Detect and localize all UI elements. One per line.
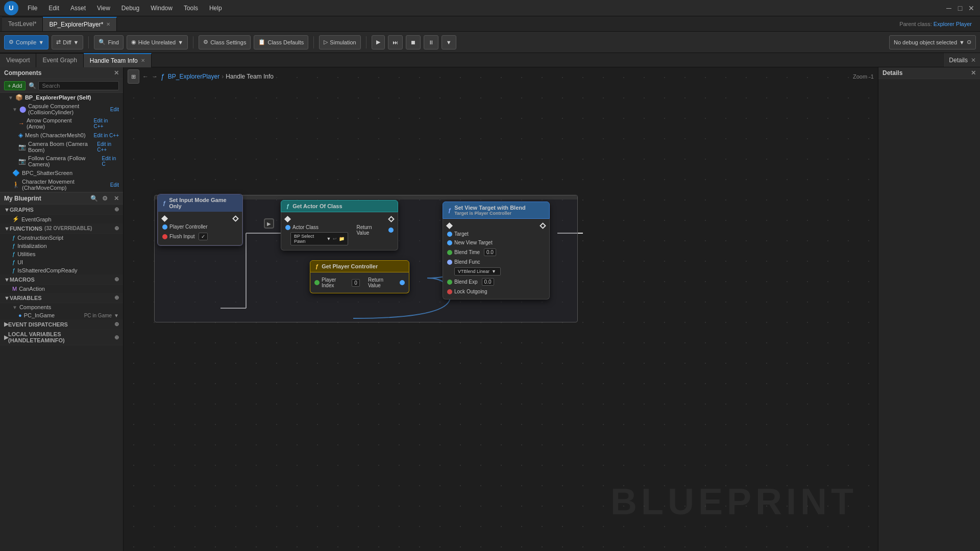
- node-set-view-target-row: Target: [443, 230, 549, 238]
- hide-unrelated-button[interactable]: ◉ Hide Unrelated ▼: [127, 35, 188, 49]
- component-self[interactable]: ▼ 📦 BP_ExplorerPlayer (Self): [0, 93, 123, 102]
- debug-selector-label: No debug object selected: [894, 39, 957, 45]
- var-pc-ingame[interactable]: ● PC_InGame PC in Game ▼: [0, 311, 123, 319]
- tab-viewport[interactable]: Viewport: [0, 53, 36, 67]
- exec-entry-node[interactable]: ▶: [264, 218, 274, 229]
- section-variables-add[interactable]: ⊕: [114, 294, 119, 301]
- section-macros[interactable]: ▼ MACROS ⊕: [0, 274, 123, 285]
- close-button[interactable]: ✕: [967, 4, 976, 13]
- menu-tools[interactable]: Tools: [179, 3, 203, 14]
- section-functions[interactable]: ▼ FUNCTIONS (32 OVERRIDABLE) ⊕: [0, 223, 123, 234]
- my-blueprint-search-icon[interactable]: 🔍: [90, 195, 98, 202]
- func-initialization[interactable]: ƒ Initialization: [0, 242, 123, 250]
- component-camera-boom-edit[interactable]: Edit in C++: [97, 141, 119, 153]
- component-arrow-edit[interactable]: Edit in C++: [94, 118, 119, 129]
- pause-button[interactable]: ⏸: [424, 35, 438, 49]
- components-close[interactable]: ✕: [114, 69, 119, 77]
- component-camera-boom[interactable]: 📷 Camera Boom (Camera Boom) Edit in C++: [0, 140, 123, 154]
- node-set-view-blend-exp-value[interactable]: 0.0: [482, 278, 494, 286]
- node-get-actor-class-browse[interactable]: 📁: [339, 236, 345, 241]
- minimize-button[interactable]: ─: [944, 4, 953, 13]
- node-set-input-flush-value[interactable]: ✓: [199, 233, 208, 240]
- section-local-vars-add[interactable]: ⊕: [114, 334, 119, 341]
- blueprint-canvas[interactable]: ⊞ ← → ƒ BP_ExplorerPlayer › Handle Team …: [124, 67, 878, 551]
- func-utilities[interactable]: ƒ Utilities: [0, 250, 123, 258]
- class-defaults-button[interactable]: 📋 Class Defaults: [254, 35, 308, 49]
- component-capsule[interactable]: ▼ ⬤ Capsule Component (CollisionCylinder…: [0, 102, 123, 116]
- func-construction[interactable]: ƒ ConstructionScript: [0, 234, 123, 242]
- component-char-movement-edit[interactable]: Edit: [110, 182, 119, 188]
- debug-selector[interactable]: No debug object selected ▼ ⊙: [889, 35, 976, 49]
- graph-event-graph[interactable]: ⚡ EventGraph: [0, 215, 123, 223]
- section-event-dispatchers[interactable]: ▶ EVENT DISPATCHERS ⊕: [0, 319, 123, 330]
- details-close-btn[interactable]: ✕: [971, 69, 976, 77]
- node-set-view-blend-time-value[interactable]: 0.0: [484, 248, 496, 256]
- func-ui[interactable]: ƒ UI: [0, 258, 123, 266]
- tab-bp-explorer[interactable]: BP_ExplorerPlayer* ✕: [43, 17, 117, 31]
- menu-edit[interactable]: Edit: [43, 3, 64, 14]
- component-mesh-edit[interactable]: Edit in C++: [94, 133, 119, 138]
- tab-bp-explorer-close[interactable]: ✕: [106, 21, 110, 27]
- toolbar-extra-button[interactable]: ▼: [442, 35, 456, 49]
- menu-file[interactable]: File: [22, 3, 42, 14]
- menu-window[interactable]: Window: [145, 3, 178, 14]
- var-category-components[interactable]: ▼ Components: [0, 303, 123, 311]
- node-get-actor-of-class[interactable]: ƒ Get Actor Of Class Actor Class: [281, 200, 398, 251]
- tab-handle-team-info[interactable]: Handle Team Info ✕: [84, 53, 152, 67]
- component-follow-camera-edit[interactable]: Edit in C: [102, 156, 119, 167]
- section-graphs[interactable]: ▼ GRAPHS ⊕: [0, 205, 123, 215]
- menu-help[interactable]: Help: [204, 3, 227, 14]
- component-shatter[interactable]: 🔷 BPC_ShatterScreen: [0, 168, 123, 178]
- section-local-vars[interactable]: ▶ LOCAL VARIABLES (HANDLETEAMINFO) ⊕: [0, 330, 123, 345]
- details-close[interactable]: ✕: [971, 57, 976, 64]
- details-header: Details ✕: [878, 67, 980, 79]
- diff-button[interactable]: ⇄ Diff ▼: [52, 35, 83, 49]
- node-get-player-controller[interactable]: ƒ Get Player Controller Player Index 0 R: [310, 260, 409, 293]
- breadcrumb-back[interactable]: ←: [142, 73, 149, 80]
- node-set-view-target[interactable]: ƒ Set View Target with Blend Target is P…: [443, 202, 550, 299]
- tab-handle-team-info-close[interactable]: ✕: [141, 58, 145, 63]
- func-is-shattered[interactable]: ƒ IsShatteredCompReady: [0, 266, 123, 274]
- node-get-actor-class-reset[interactable]: ↩: [333, 236, 337, 241]
- skip-button[interactable]: ⏭: [388, 35, 403, 49]
- section-variables[interactable]: ▼ VARIABLES ⊕: [0, 293, 123, 303]
- breadcrumb-forward[interactable]: →: [152, 73, 158, 80]
- canvas-mode-btn[interactable]: ⊞: [128, 69, 139, 84]
- components-add-button[interactable]: + Add: [4, 81, 26, 90]
- play-button[interactable]: ▶: [372, 35, 385, 49]
- class-settings-button[interactable]: ⚙ Class Settings: [199, 35, 251, 49]
- section-functions-add[interactable]: ⊕: [114, 225, 119, 232]
- component-arrow[interactable]: → Arrow Component (Arrow) Edit in C++: [0, 116, 123, 131]
- node-get-player-index-value[interactable]: 0: [352, 279, 360, 287]
- section-macros-add[interactable]: ⊕: [114, 276, 119, 283]
- component-follow-camera[interactable]: 📷 Follow Camera (Follow Camera) Edit in …: [0, 154, 123, 168]
- component-capsule-edit[interactable]: Edit: [110, 107, 119, 112]
- simulation-button[interactable]: ▷ Simulation: [319, 35, 360, 49]
- node-set-view-blend-func-dropdown[interactable]: VTBlend Linear ▼: [454, 267, 501, 276]
- maximize-button[interactable]: □: [955, 4, 965, 13]
- tab-event-graph[interactable]: Event Graph: [36, 53, 83, 67]
- tab-test-level[interactable]: TestLevel*: [2, 17, 43, 31]
- menu-asset[interactable]: Asset: [65, 3, 91, 14]
- component-camera-boom-label: Camera Boom (Camera Boom): [28, 141, 95, 153]
- section-dispatchers-add[interactable]: ⊕: [114, 321, 119, 328]
- breadcrumb-bp[interactable]: BP_ExplorerPlayer: [168, 73, 219, 80]
- my-blueprint-settings-icon[interactable]: ⚙: [102, 195, 108, 202]
- find-button[interactable]: 🔍 Find: [94, 35, 123, 49]
- section-graphs-add[interactable]: ⊕: [114, 206, 119, 213]
- menu-view[interactable]: View: [92, 3, 115, 14]
- node-set-input-mode[interactable]: ƒ Set Input Mode Game Only Player Contro…: [157, 194, 243, 246]
- components-search-input[interactable]: [38, 81, 119, 90]
- compile-button[interactable]: ⚙ Compile ▼: [4, 35, 48, 49]
- component-char-movement[interactable]: 🚶 Character Movement (CharMoveComp) Edit: [0, 178, 123, 192]
- var-pc-ingame-dropdown[interactable]: ▼: [114, 313, 119, 318]
- component-mesh[interactable]: ◈ Mesh (CharacterMesh0) Edit in C++: [0, 131, 123, 140]
- parent-class-value: Explorer Player: [934, 21, 972, 27]
- macro-can-action[interactable]: M CanAction: [0, 285, 123, 293]
- my-blueprint-close[interactable]: ✕: [114, 195, 119, 202]
- details-tab[interactable]: Details ✕: [944, 53, 980, 67]
- node-get-actor-class-dropdown[interactable]: BP Select Pawn ▼ ↩ 📁: [290, 232, 348, 245]
- node-set-input-exec-in-row: [158, 215, 242, 222]
- menu-debug[interactable]: Debug: [116, 3, 144, 14]
- stop-button[interactable]: ⏹: [406, 35, 421, 49]
